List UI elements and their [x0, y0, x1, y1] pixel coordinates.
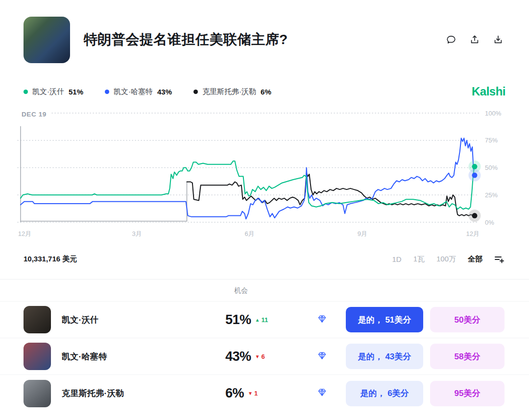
chance-column-label: 机会: [234, 286, 248, 295]
list-plus-icon[interactable]: [494, 254, 505, 264]
page-title: 特朗普会提名谁担任美联储主席?: [84, 30, 446, 49]
down-arrow-icon: ▼: [248, 391, 253, 396]
legend-name: 凯文·沃什: [32, 87, 64, 96]
candidate-avatar: [24, 380, 51, 407]
gem-icon[interactable]: [317, 351, 327, 362]
delta-value: 1: [254, 390, 258, 397]
candidate-name: 克里斯托弗·沃勒: [62, 388, 225, 399]
legend-name: 克里斯托弗·沃勒: [202, 87, 256, 96]
svg-text:50%: 50%: [485, 164, 498, 171]
probability-block: 6%▼1: [225, 386, 317, 401]
outcome-row: 凯文·沃什51%▲11是的， 51美分50美分: [0, 302, 529, 338]
svg-text:6月: 6月: [245, 230, 255, 237]
legend-item[interactable]: 克里斯托弗·沃勒 6%: [193, 87, 271, 96]
yes-button[interactable]: 是的， 43美分: [346, 344, 423, 369]
svg-text:12月: 12月: [466, 230, 479, 237]
probability-delta: ▼1: [248, 390, 258, 397]
outcome-row: 凯文·哈塞特43%▼6是的， 43美分58美分: [0, 338, 529, 375]
table-header: 机会: [0, 280, 529, 302]
legend-name: 凯文·哈塞特: [114, 87, 153, 96]
legend-item[interactable]: 凯文·沃什 51%: [24, 87, 83, 96]
yes-button[interactable]: 是的， 51美分: [346, 307, 423, 332]
chart-legend: 凯文·沃什 51% 凯文·哈塞特 43% 克里斯托弗·沃勒 6% Kalshi: [0, 85, 529, 98]
kalshi-logo: Kalshi: [472, 85, 505, 98]
svg-text:3月: 3月: [132, 230, 142, 237]
probability-delta: ▲11: [255, 316, 268, 324]
probability-value: 43%: [225, 349, 251, 364]
legend-item[interactable]: 凯文·哈塞特 43%: [105, 87, 172, 96]
no-button[interactable]: 95美分: [430, 381, 505, 406]
gem-icon[interactable]: [317, 388, 327, 399]
svg-text:25%: 25%: [485, 191, 498, 199]
no-button[interactable]: 50美分: [430, 307, 505, 332]
outcome-row: 克里斯托弗·沃勒6%▼1是的， 6美分95美分: [0, 375, 529, 412]
candidate-avatar: [24, 343, 51, 370]
legend-value: 6%: [261, 88, 271, 96]
filter-1d[interactable]: 1D: [392, 255, 401, 263]
candidate-name: 凯文·沃什: [62, 314, 225, 326]
delta-value: 11: [261, 316, 268, 324]
legend-value: 51%: [69, 88, 83, 96]
market-image: [24, 17, 70, 63]
probability-block: 51%▲11: [225, 312, 317, 327]
filter-1w[interactable]: 1瓦: [413, 255, 425, 264]
probability-value: 6%: [225, 386, 244, 401]
divider: [0, 301, 529, 302]
legend-dot-black: [193, 90, 198, 94]
svg-text:0%: 0%: [485, 219, 494, 226]
no-button[interactable]: 58美分: [430, 344, 505, 369]
time-range-filters: 1D 1瓦 100万 全部: [392, 254, 505, 264]
share-icon[interactable]: [469, 34, 480, 45]
download-icon[interactable]: [493, 34, 504, 45]
market-header: 特朗普会提名谁担任美联储主席?: [0, 16, 529, 63]
header-actions: [446, 34, 505, 45]
gem-icon[interactable]: [317, 314, 327, 326]
down-arrow-icon: ▼: [255, 354, 260, 359]
legend-dot-blue: [105, 90, 109, 94]
probability-block: 43%▼6: [225, 349, 317, 364]
filter-1m[interactable]: 100万: [436, 255, 456, 264]
svg-text:75%: 75%: [485, 137, 498, 144]
probability-delta: ▼6: [255, 353, 265, 360]
candidate-name: 凯文·哈塞特: [62, 351, 225, 362]
candidate-avatar: [24, 306, 51, 333]
chart-area[interactable]: 100%75%50%25%0%12月3月6月9月12月DEC 19: [15, 111, 529, 241]
up-arrow-icon: ▲: [255, 317, 260, 323]
filter-all[interactable]: 全部: [468, 255, 482, 264]
volume-label: 10,331,716 美元: [24, 255, 77, 264]
yes-button[interactable]: 是的， 6美分: [346, 381, 423, 406]
probability-value: 51%: [225, 312, 251, 327]
price-chart: 100%75%50%25%0%12月3月6月9月12月DEC 19: [15, 111, 529, 239]
comment-icon[interactable]: [446, 34, 457, 45]
outcome-table: 凯文·沃什51%▲11是的， 51美分50美分凯文·哈塞特43%▼6是的， 43…: [0, 302, 529, 412]
svg-text:12月: 12月: [18, 230, 31, 237]
delta-value: 6: [261, 353, 264, 360]
legend-value: 43%: [157, 88, 172, 96]
svg-text:100%: 100%: [485, 111, 502, 117]
svg-text:DEC 19: DEC 19: [22, 111, 47, 118]
volume-row: 10,331,716 美元 1D 1瓦 100万 全部: [0, 252, 529, 266]
svg-text:9月: 9月: [358, 230, 367, 237]
legend-dot-green: [24, 90, 28, 94]
